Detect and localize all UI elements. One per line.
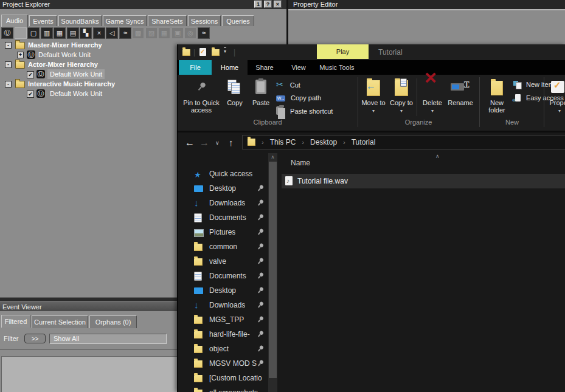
tab-orphans[interactable]: Orphans (0) xyxy=(89,315,137,328)
tab-share[interactable]: Share xyxy=(248,60,282,75)
tab-view[interactable]: View xyxy=(282,60,316,75)
rename-button[interactable]: Ɪ Rename xyxy=(446,77,475,106)
sidebar-item-hard-life-file[interactable]: hard-life-file- xyxy=(178,327,269,342)
delete-tool-icon[interactable]: × xyxy=(93,27,105,39)
checkbox[interactable]: ✔ xyxy=(27,91,34,98)
sidebar-item-all-screenshots[interactable]: all screenshots xyxy=(178,385,269,392)
tab-sessions[interactable]: Sessions xyxy=(188,15,221,26)
expander-icon[interactable]: - xyxy=(5,81,12,88)
pin-icon[interactable] xyxy=(255,227,266,238)
pin-icon[interactable] xyxy=(255,213,266,223)
project-explorer-titlebar[interactable]: Project Explorer 1 ? × xyxy=(0,0,286,9)
breadcrumb-tutorial[interactable]: Tutorial xyxy=(352,138,376,146)
tab-home[interactable]: Home xyxy=(212,60,248,75)
pin-icon[interactable] xyxy=(255,344,266,354)
tab-music-tools[interactable]: Music Tools xyxy=(316,60,358,75)
sidebar-item-downloads[interactable]: ↓ Downloads xyxy=(178,298,269,312)
pin-icon[interactable] xyxy=(255,184,266,194)
sidebar-item-object[interactable]: object xyxy=(178,342,269,356)
paste-button[interactable]: Paste xyxy=(248,77,274,106)
sidebar-item-mgs-tpp[interactable]: MGS_TPP xyxy=(178,312,269,327)
help-button[interactable]: ? xyxy=(264,1,272,8)
list-icon[interactable]: ▤ xyxy=(67,27,79,39)
tab-sharesets[interactable]: ShareSets xyxy=(148,15,187,26)
explorer-titlebar[interactable]: | ✓ ▾ | Play Tutorial xyxy=(178,44,565,60)
pin-icon[interactable] xyxy=(255,329,266,340)
checkbox[interactable]: ✔ xyxy=(27,71,34,78)
recent-locations-button[interactable]: ∨ xyxy=(215,132,220,153)
move-to-button[interactable]: ← Move to ▾ xyxy=(360,77,387,115)
blank-icon[interactable] xyxy=(15,27,27,39)
properties-button[interactable]: ✓ Proper▾ xyxy=(546,77,565,115)
tab-events[interactable]: Events xyxy=(29,15,57,26)
event-list-area[interactable] xyxy=(1,356,178,392)
tab-soundbanks[interactable]: SoundBanks xyxy=(58,15,102,26)
delete-button[interactable]: × Delete▾ xyxy=(419,77,446,115)
tree-row[interactable]: - Interactive Music Hierarchy xyxy=(0,79,176,89)
close-button[interactable]: × xyxy=(274,1,282,8)
scrollbar-thumb[interactable] xyxy=(269,162,277,378)
pin-icon[interactable] xyxy=(255,359,266,369)
file-row-selected[interactable]: ♪ Tutorial file.wav xyxy=(282,174,565,188)
sidebar-item-quick-access[interactable]: ★ Quick access xyxy=(178,167,269,181)
filter-input[interactable]: Show All xyxy=(49,334,167,344)
tab-current-selection[interactable]: Current Selection xyxy=(32,315,88,328)
copy-button[interactable]: Copy xyxy=(223,77,247,106)
routing-icon[interactable]: ▚ xyxy=(80,27,92,39)
sidebar-item-common[interactable]: common xyxy=(178,239,269,254)
tab-game-syncs[interactable]: Game Syncs xyxy=(103,15,147,26)
paste-shortcut-button[interactable]: Paste shortcut xyxy=(276,105,361,117)
sidebar-item-downloads[interactable]: ↓ Downloads xyxy=(178,196,269,210)
tree-row[interactable]: + Ⓤ Default Work Unit xyxy=(0,50,176,60)
tree-row[interactable]: - Master-Mixer Hierarchy xyxy=(0,40,176,50)
pin-icon[interactable] xyxy=(255,300,266,311)
pin-icon[interactable] xyxy=(255,242,266,252)
filter-expand-button[interactable]: >> xyxy=(24,334,46,343)
pin-icon[interactable] xyxy=(255,271,266,281)
sidebar-scrollbar[interactable]: ∧ xyxy=(268,153,277,392)
pin-icon[interactable] xyxy=(255,286,266,296)
new-folder-button[interactable]: New folder xyxy=(483,77,511,114)
pin-icon[interactable] xyxy=(255,256,266,267)
sidebar-item-documents[interactable]: Documents xyxy=(178,269,269,283)
work-unit-icon[interactable]: Ⓤ xyxy=(1,27,13,39)
tree-row[interactable]: - Actor-Mixer Hierarchy xyxy=(0,60,176,69)
up-button[interactable]: ↑ xyxy=(229,132,234,153)
expander-icon[interactable]: - xyxy=(5,61,12,68)
qat-customize-icon[interactable]: ▾ xyxy=(224,47,226,54)
mute-icon[interactable]: ◁ xyxy=(106,27,118,39)
mixer-icon[interactable]: ▥ xyxy=(41,27,53,39)
qat-properties-icon[interactable]: ✓ xyxy=(199,48,206,56)
play-contextual-tab[interactable]: Play xyxy=(317,44,369,59)
scrollbar-up-arrow[interactable]: ∧ xyxy=(268,153,277,161)
copy-to-button[interactable]: Copy to ▾ xyxy=(388,77,415,115)
tab-audio[interactable]: Audio xyxy=(1,15,28,27)
tab-filtered[interactable]: Filtered xyxy=(1,315,30,328)
sidebar-item-pictures[interactable]: Pictures xyxy=(178,225,269,239)
tab-queries[interactable]: Queries xyxy=(222,15,254,26)
sidebar-item-documents[interactable]: Documents xyxy=(178,210,269,225)
back-button[interactable]: ← xyxy=(185,132,195,153)
sort-ascending-icon[interactable]: ∧ xyxy=(435,153,440,159)
folder-tool-icon[interactable]: ▢ xyxy=(27,27,40,39)
soundcaster-icon[interactable]: ≈ xyxy=(198,27,210,39)
forward-button[interactable]: → xyxy=(199,132,209,153)
pin-icon[interactable] xyxy=(255,315,266,325)
tree-row-selected[interactable]: ✔ Ⓤ Default Work Unit xyxy=(0,69,176,79)
address-box[interactable]: › This PC › Desktop › Tutorial xyxy=(242,135,565,150)
sidebar-item-mgsv-mod[interactable]: MGSV MOD ST xyxy=(178,356,269,371)
tab-file[interactable]: File xyxy=(179,60,212,75)
sidebar-item-desktop[interactable]: Desktop xyxy=(178,181,269,196)
sidebar-item-custom-location[interactable]: [Custom Locatio xyxy=(178,371,269,385)
sidebar-item-valve[interactable]: valve xyxy=(178,254,269,269)
breadcrumb-this-pc[interactable]: This PC xyxy=(270,138,296,146)
pin-to-quick-access-button[interactable]: Pin to Quick access xyxy=(181,77,221,114)
tree-row[interactable]: ✔ Ⓤ Default Work Unit xyxy=(0,89,176,98)
expander-icon[interactable]: - xyxy=(5,42,12,49)
copy-path-button[interactable]: W‥ Copy path xyxy=(276,92,355,104)
pin-icon[interactable] xyxy=(255,198,266,208)
qat-folder-icon[interactable] xyxy=(182,49,190,56)
cut-button[interactable]: ✂ Cut xyxy=(276,78,355,91)
property-editor-titlebar[interactable]: Property Editor xyxy=(288,0,565,9)
breadcrumb-desktop[interactable]: Desktop xyxy=(310,138,337,146)
